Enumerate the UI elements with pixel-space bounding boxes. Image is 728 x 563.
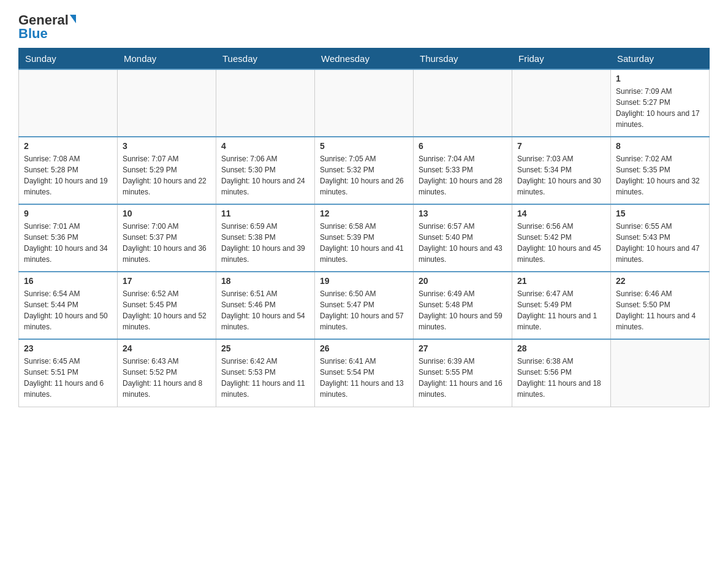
day-number: 18	[221, 276, 309, 286]
day-info: Sunrise: 7:08 AMSunset: 5:28 PMDaylight:…	[24, 153, 112, 197]
day-number: 19	[320, 276, 408, 286]
day-info: Sunrise: 6:45 AMSunset: 5:51 PMDaylight:…	[24, 356, 112, 400]
day-number: 20	[419, 276, 507, 286]
calendar-day-header: Monday	[118, 48, 216, 70]
calendar-day-cell: 7Sunrise: 7:03 AMSunset: 5:34 PMDaylight…	[512, 137, 611, 204]
day-number: 28	[517, 343, 605, 353]
day-info: Sunrise: 6:57 AMSunset: 5:40 PMDaylight:…	[419, 221, 507, 265]
day-info: Sunrise: 7:05 AMSunset: 5:32 PMDaylight:…	[320, 153, 408, 197]
calendar-day-cell: 18Sunrise: 6:51 AMSunset: 5:46 PMDayligh…	[216, 272, 315, 339]
day-info: Sunrise: 6:58 AMSunset: 5:39 PMDaylight:…	[320, 221, 408, 265]
day-number: 26	[320, 343, 408, 353]
day-info: Sunrise: 6:59 AMSunset: 5:38 PMDaylight:…	[221, 221, 309, 265]
calendar-day-cell: 6Sunrise: 7:04 AMSunset: 5:33 PMDaylight…	[414, 137, 512, 204]
day-number: 23	[24, 343, 112, 353]
calendar-day-cell: 24Sunrise: 6:43 AMSunset: 5:52 PMDayligh…	[118, 339, 216, 407]
calendar-day-cell	[315, 69, 414, 137]
day-info: Sunrise: 7:00 AMSunset: 5:37 PMDaylight:…	[123, 221, 211, 265]
calendar-day-cell: 2Sunrise: 7:08 AMSunset: 5:28 PMDaylight…	[19, 137, 118, 204]
day-number: 24	[123, 343, 211, 353]
calendar-day-cell: 14Sunrise: 6:56 AMSunset: 5:42 PMDayligh…	[512, 204, 611, 272]
day-info: Sunrise: 6:50 AMSunset: 5:47 PMDaylight:…	[320, 288, 408, 332]
calendar-day-cell: 28Sunrise: 6:38 AMSunset: 5:56 PMDayligh…	[512, 339, 611, 407]
calendar-day-cell	[512, 69, 611, 137]
calendar-day-cell: 19Sunrise: 6:50 AMSunset: 5:47 PMDayligh…	[315, 272, 414, 339]
day-info: Sunrise: 7:09 AMSunset: 5:27 PMDaylight:…	[616, 86, 704, 130]
day-number: 11	[221, 209, 309, 218]
calendar-day-header: Tuesday	[216, 48, 315, 70]
logo-blue-text: Blue	[18, 26, 48, 42]
calendar-day-cell: 17Sunrise: 6:52 AMSunset: 5:45 PMDayligh…	[118, 272, 216, 339]
day-info: Sunrise: 6:51 AMSunset: 5:46 PMDaylight:…	[221, 288, 309, 332]
day-number: 7	[517, 141, 605, 151]
calendar-day-cell	[118, 69, 216, 137]
day-number: 14	[517, 209, 605, 218]
day-number: 9	[24, 209, 112, 218]
calendar-table: SundayMondayTuesdayWednesdayThursdayFrid…	[18, 48, 710, 407]
calendar-week-row: 2Sunrise: 7:08 AMSunset: 5:28 PMDaylight…	[19, 137, 710, 204]
day-number: 3	[123, 141, 211, 151]
logo-triangle-icon	[70, 15, 76, 23]
calendar-day-cell: 23Sunrise: 6:45 AMSunset: 5:51 PMDayligh…	[19, 339, 118, 407]
day-info: Sunrise: 6:42 AMSunset: 5:53 PMDaylight:…	[221, 356, 309, 400]
calendar-day-header: Wednesday	[315, 48, 414, 70]
logo: General Blue	[18, 12, 76, 42]
calendar-day-header: Friday	[512, 48, 611, 70]
day-info: Sunrise: 7:07 AMSunset: 5:29 PMDaylight:…	[123, 153, 211, 197]
calendar-week-row: 23Sunrise: 6:45 AMSunset: 5:51 PMDayligh…	[19, 339, 710, 407]
day-info: Sunrise: 6:55 AMSunset: 5:43 PMDaylight:…	[616, 221, 704, 265]
calendar-day-cell: 15Sunrise: 6:55 AMSunset: 5:43 PMDayligh…	[611, 204, 710, 272]
calendar-day-cell: 11Sunrise: 6:59 AMSunset: 5:38 PMDayligh…	[216, 204, 315, 272]
day-info: Sunrise: 6:54 AMSunset: 5:44 PMDaylight:…	[24, 288, 112, 332]
calendar-week-row: 16Sunrise: 6:54 AMSunset: 5:44 PMDayligh…	[19, 272, 710, 339]
day-number: 5	[320, 141, 408, 151]
day-info: Sunrise: 7:06 AMSunset: 5:30 PMDaylight:…	[221, 153, 309, 197]
calendar-header-row: SundayMondayTuesdayWednesdayThursdayFrid…	[19, 48, 710, 70]
calendar-day-cell: 12Sunrise: 6:58 AMSunset: 5:39 PMDayligh…	[315, 204, 414, 272]
calendar-day-cell: 3Sunrise: 7:07 AMSunset: 5:29 PMDaylight…	[118, 137, 216, 204]
day-number: 10	[123, 209, 211, 218]
calendar-day-cell	[414, 69, 512, 137]
calendar-day-header: Thursday	[414, 48, 512, 70]
day-number: 2	[24, 141, 112, 151]
calendar-day-cell: 25Sunrise: 6:42 AMSunset: 5:53 PMDayligh…	[216, 339, 315, 407]
day-info: Sunrise: 7:04 AMSunset: 5:33 PMDaylight:…	[419, 153, 507, 197]
calendar-day-header: Sunday	[19, 48, 118, 70]
calendar-day-cell: 21Sunrise: 6:47 AMSunset: 5:49 PMDayligh…	[512, 272, 611, 339]
day-number: 27	[419, 343, 507, 353]
day-info: Sunrise: 6:47 AMSunset: 5:49 PMDaylight:…	[517, 288, 605, 332]
calendar-day-header: Saturday	[611, 48, 710, 70]
day-info: Sunrise: 6:52 AMSunset: 5:45 PMDaylight:…	[123, 288, 211, 332]
day-info: Sunrise: 6:41 AMSunset: 5:54 PMDaylight:…	[320, 356, 408, 400]
calendar-week-row: 9Sunrise: 7:01 AMSunset: 5:36 PMDaylight…	[19, 204, 710, 272]
calendar-day-cell	[611, 339, 710, 407]
calendar-day-cell: 16Sunrise: 6:54 AMSunset: 5:44 PMDayligh…	[19, 272, 118, 339]
calendar-day-cell: 4Sunrise: 7:06 AMSunset: 5:30 PMDaylight…	[216, 137, 315, 204]
day-number: 22	[616, 276, 704, 286]
day-info: Sunrise: 6:49 AMSunset: 5:48 PMDaylight:…	[419, 288, 507, 332]
calendar-week-row: 1Sunrise: 7:09 AMSunset: 5:27 PMDaylight…	[19, 69, 710, 137]
day-info: Sunrise: 6:46 AMSunset: 5:50 PMDaylight:…	[616, 288, 704, 332]
calendar-day-cell: 5Sunrise: 7:05 AMSunset: 5:32 PMDaylight…	[315, 137, 414, 204]
day-info: Sunrise: 7:03 AMSunset: 5:34 PMDaylight:…	[517, 153, 605, 197]
calendar-day-cell: 1Sunrise: 7:09 AMSunset: 5:27 PMDaylight…	[611, 69, 710, 137]
day-number: 12	[320, 209, 408, 218]
day-info: Sunrise: 6:56 AMSunset: 5:42 PMDaylight:…	[517, 221, 605, 265]
calendar-day-cell: 22Sunrise: 6:46 AMSunset: 5:50 PMDayligh…	[611, 272, 710, 339]
day-info: Sunrise: 7:01 AMSunset: 5:36 PMDaylight:…	[24, 221, 112, 265]
day-info: Sunrise: 6:43 AMSunset: 5:52 PMDaylight:…	[123, 356, 211, 400]
day-info: Sunrise: 6:39 AMSunset: 5:55 PMDaylight:…	[419, 356, 507, 400]
day-number: 25	[221, 343, 309, 353]
day-info: Sunrise: 6:38 AMSunset: 5:56 PMDaylight:…	[517, 356, 605, 400]
day-number: 16	[24, 276, 112, 286]
calendar-day-cell	[19, 69, 118, 137]
day-number: 15	[616, 209, 704, 218]
day-info: Sunrise: 7:02 AMSunset: 5:35 PMDaylight:…	[616, 153, 704, 197]
page-header: General Blue	[18, 12, 710, 42]
calendar-day-cell: 8Sunrise: 7:02 AMSunset: 5:35 PMDaylight…	[611, 137, 710, 204]
calendar-day-cell: 13Sunrise: 6:57 AMSunset: 5:40 PMDayligh…	[414, 204, 512, 272]
day-number: 21	[517, 276, 605, 286]
day-number: 4	[221, 141, 309, 151]
calendar-day-cell: 20Sunrise: 6:49 AMSunset: 5:48 PMDayligh…	[414, 272, 512, 339]
day-number: 17	[123, 276, 211, 286]
